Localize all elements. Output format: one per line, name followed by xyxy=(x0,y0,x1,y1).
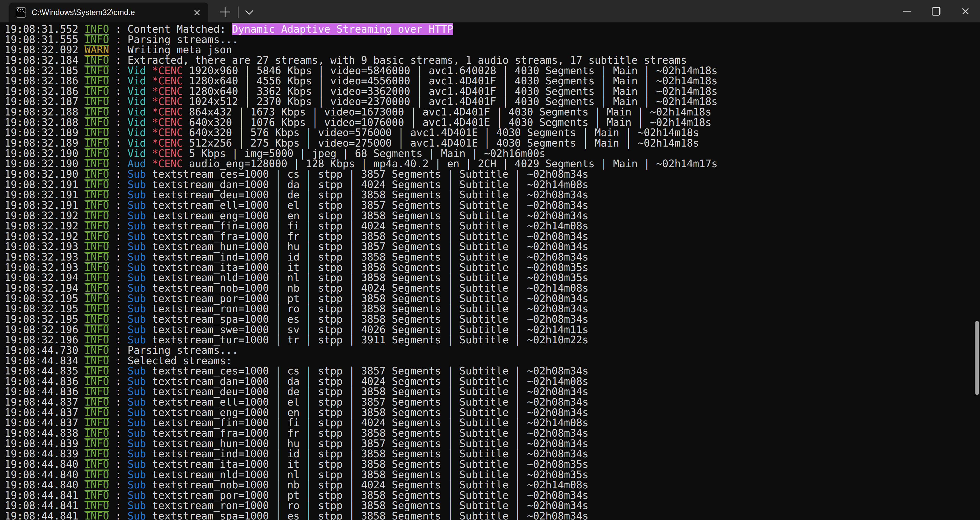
log-segment: : xyxy=(109,438,127,449)
log-timestamp: 19:08:31.552 xyxy=(5,23,84,35)
log-segment: INFO xyxy=(84,54,109,66)
log-segment: INFO xyxy=(84,313,109,325)
close-button[interactable] xyxy=(951,0,980,22)
log-segment: : xyxy=(109,137,127,149)
log-segment: INFO xyxy=(84,23,109,35)
log-line: 19:08:44.840 INFO : Sub textstream_nld=1… xyxy=(5,469,980,480)
log-timestamp: 19:08:44.840 xyxy=(5,479,84,491)
tab-cmd[interactable]: C:\Windows\System32\cmd.e xyxy=(9,3,208,22)
tab-close-button[interactable] xyxy=(191,6,203,19)
log-segment: 640x320 | 576 Kbps | video=576000 | avc1… xyxy=(189,127,699,138)
log-segment: : xyxy=(109,199,127,211)
log-line: 19:08:44.835 INFO : Sub textstream_ces=1… xyxy=(5,366,980,376)
log-segment: 1920x960 | 5846 Kbps | video=5846000 | a… xyxy=(189,65,718,76)
log-segment: Vid xyxy=(127,147,152,159)
log-segment: 512x256 | 275 Kbps | video=275000 | avc1… xyxy=(189,137,699,149)
log-line: 19:08:32.195 INFO : Sub textstream_spa=1… xyxy=(5,314,980,325)
log-segment: textstream_ces=1000 | cs | stpp | 3857 S… xyxy=(152,365,589,377)
log-segment: INFO xyxy=(84,251,109,263)
log-segment: INFO xyxy=(84,158,109,170)
new-tab-button[interactable] xyxy=(216,3,234,21)
log-segment: *CENC xyxy=(152,158,189,170)
log-timestamp: 19:08:32.190 xyxy=(5,147,84,159)
log-segment: Sub xyxy=(127,293,152,304)
log-segment: 864x432 | 1673 Kbps | video=1673000 | av… xyxy=(189,106,711,118)
log-timestamp: 19:08:44.838 xyxy=(5,427,84,439)
log-line: 19:08:32.192 INFO : Sub textstream_fra=1… xyxy=(5,231,980,242)
log-segment: textstream_nob=1000 | nb | stpp | 4024 S… xyxy=(152,479,589,491)
log-segment: INFO xyxy=(84,106,109,118)
log-segment: : Writing meta json xyxy=(109,44,232,55)
titlebar[interactable]: C:\Windows\System32\cmd.e xyxy=(0,0,980,22)
log-segment: : xyxy=(109,127,127,138)
terminal-log[interactable]: 19:08:31.552 INFO : Content Matched: Dyn… xyxy=(0,22,980,520)
log-segment: Sub xyxy=(127,448,152,460)
log-segment: INFO xyxy=(84,376,109,387)
log-line: 19:08:32.193 INFO : Sub textstream_hun=1… xyxy=(5,241,980,252)
log-segment: 1024x512 | 2370 Kbps | video=2370000 | a… xyxy=(189,95,718,107)
log-segment: Vid xyxy=(127,86,152,97)
log-segment: INFO xyxy=(84,448,109,460)
minimize-button[interactable] xyxy=(892,0,921,22)
log-segment: INFO xyxy=(84,137,109,149)
log-segment: INFO xyxy=(84,407,109,418)
log-segment: INFO xyxy=(84,499,109,511)
log-segment: Sub xyxy=(127,499,152,511)
log-timestamp: 19:08:32.192 xyxy=(5,220,84,232)
log-segment: Dynamic Adaptive Streaming over HTTP xyxy=(232,23,453,35)
log-timestamp: 19:08:44.839 xyxy=(5,438,84,449)
log-segment: : xyxy=(109,407,127,418)
window-controls xyxy=(892,0,980,22)
log-segment: : xyxy=(109,95,127,107)
log-timestamp: 19:08:44.836 xyxy=(5,376,84,387)
log-segment: Sub xyxy=(127,313,152,325)
log-line: 19:08:32.186 INFO : Vid *CENC 1280x640 |… xyxy=(5,86,980,97)
log-segment: Sub xyxy=(127,510,152,520)
log-segment: INFO xyxy=(84,220,109,232)
log-segment: : Parsing streams... xyxy=(109,344,238,356)
log-line: 19:08:32.191 INFO : Sub textstream_deu=1… xyxy=(5,190,980,200)
log-line: 19:08:32.195 INFO : Sub textstream_ron=1… xyxy=(5,304,980,314)
log-segment: Sub xyxy=(127,386,152,397)
scrollbar-thumb[interactable] xyxy=(975,321,979,395)
log-segment: : xyxy=(109,86,127,97)
log-line: 19:08:32.189 INFO : Vid *CENC 640x320 | … xyxy=(5,127,980,138)
log-segment: : xyxy=(109,303,127,315)
log-segment: : xyxy=(109,262,127,273)
log-timestamp: 19:08:32.190 xyxy=(5,168,84,180)
log-segment: : Extracted, there are 27 streams, with … xyxy=(109,54,687,66)
log-segment: Vid xyxy=(127,137,152,149)
log-line: 19:08:32.194 INFO : Sub textstream_nld=1… xyxy=(5,273,980,283)
log-segment: INFO xyxy=(84,179,109,190)
log-segment: : xyxy=(109,479,127,491)
log-segment: : xyxy=(109,334,127,346)
log-segment: Sub xyxy=(127,168,152,180)
log-segment: textstream_ita=1000 | it | stpp | 3858 S… xyxy=(152,262,589,273)
log-line: 19:08:32.196 INFO : Sub textstream_swe=1… xyxy=(5,325,980,335)
log-segment: INFO xyxy=(84,324,109,335)
log-timestamp: 19:08:44.841 xyxy=(5,490,84,501)
log-segment: Sub xyxy=(127,179,152,190)
log-segment: INFO xyxy=(84,303,109,315)
log-segment: : xyxy=(109,499,127,511)
log-timestamp: 19:08:32.195 xyxy=(5,293,84,304)
log-segment: Sub xyxy=(127,189,152,201)
log-segment: textstream_deu=1000 | de | stpp | 3858 S… xyxy=(152,189,589,201)
log-segment: *CENC xyxy=(152,65,189,76)
log-line: 19:08:44.839 INFO : Sub textstream_hun=1… xyxy=(5,438,980,449)
log-segment: Vid xyxy=(127,127,152,138)
log-segment: *CENC xyxy=(152,75,189,87)
log-segment: : Selected streams: xyxy=(109,355,232,366)
tab-dropdown-button[interactable] xyxy=(241,3,258,21)
log-timestamp: 19:08:32.189 xyxy=(5,127,84,138)
restore-button[interactable] xyxy=(921,0,951,22)
log-line: 19:08:32.192 INFO : Sub textstream_fin=1… xyxy=(5,221,980,231)
log-timestamp: 19:08:44.837 xyxy=(5,396,84,408)
log-timestamp: 19:08:32.184 xyxy=(5,54,84,66)
log-segment: INFO xyxy=(84,75,109,87)
log-segment: : xyxy=(109,417,127,428)
log-segment: INFO xyxy=(84,417,109,428)
log-segment: *CENC xyxy=(152,86,189,97)
log-segment: Sub xyxy=(127,262,152,273)
log-line: 19:08:32.186 INFO : Vid *CENC 1280x640 |… xyxy=(5,76,980,86)
